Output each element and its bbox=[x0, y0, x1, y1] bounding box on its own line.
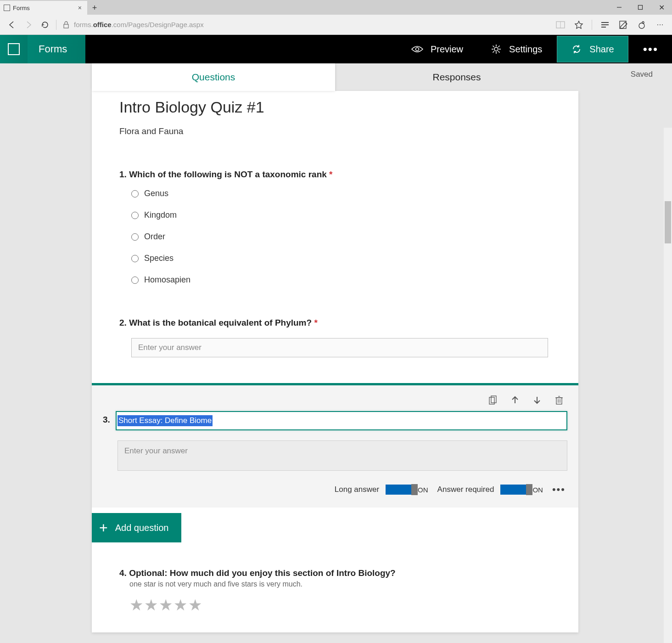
maximize-button[interactable] bbox=[630, 0, 651, 15]
add-question-button[interactable]: + Add question bbox=[92, 513, 181, 542]
svg-rect-1 bbox=[638, 6, 643, 10]
tab-questions[interactable]: Questions bbox=[92, 63, 335, 91]
browser-tab[interactable]: Forms × bbox=[0, 1, 87, 15]
required-toggle-group: Answer required ON bbox=[437, 485, 543, 495]
svg-line-17 bbox=[493, 46, 494, 47]
option-homosapien[interactable]: Homosapien bbox=[131, 275, 551, 285]
option-order[interactable]: Order bbox=[131, 232, 551, 242]
radio-icon[interactable] bbox=[131, 255, 139, 262]
question-1[interactable]: 1. Which of the following is NOT a taxon… bbox=[119, 169, 551, 285]
more-icon[interactable]: ··· bbox=[652, 17, 668, 33]
svg-line-19 bbox=[498, 46, 500, 47]
form-title[interactable]: Intro Biology Quiz #1 bbox=[119, 95, 551, 116]
question-3-number: 3. bbox=[103, 411, 107, 425]
favorite-icon[interactable] bbox=[571, 17, 587, 33]
question-2-answer-input[interactable]: Enter your answer bbox=[131, 338, 548, 357]
browser-tab-bar: Forms × + ✕ bbox=[0, 0, 672, 15]
svg-point-12 bbox=[494, 47, 498, 51]
close-window-button[interactable]: ✕ bbox=[651, 0, 672, 15]
svg-line-18 bbox=[498, 51, 500, 53]
svg-point-11 bbox=[415, 48, 419, 51]
question-3-answer-preview: Enter your answer bbox=[118, 440, 567, 471]
star-1[interactable]: ★ bbox=[129, 596, 143, 614]
close-tab-icon[interactable]: × bbox=[76, 4, 84, 11]
sync-icon bbox=[571, 44, 582, 55]
radio-icon[interactable] bbox=[131, 190, 139, 197]
move-down-button[interactable] bbox=[532, 395, 543, 406]
gear-icon bbox=[491, 44, 502, 55]
question-3-editing: 3. Short Essay: Define Biome Enter your … bbox=[92, 383, 578, 508]
share-icon[interactable] bbox=[633, 17, 650, 33]
star-2[interactable]: ★ bbox=[144, 596, 158, 614]
required-star: * bbox=[329, 169, 332, 179]
long-answer-state: ON bbox=[418, 486, 428, 494]
plus-icon: + bbox=[99, 519, 108, 536]
rating-stars: ★ ★ ★ ★ ★ bbox=[119, 596, 551, 614]
minimize-button[interactable] bbox=[609, 0, 630, 15]
hub-icon[interactable] bbox=[597, 17, 613, 33]
browser-address-bar: forms.office.com/Pages/DesignPage.aspx ·… bbox=[0, 15, 672, 35]
maximize-icon bbox=[638, 5, 643, 10]
app-launcher[interactable] bbox=[0, 35, 28, 63]
question-2[interactable]: 2. What is the botanical equivalent of P… bbox=[119, 318, 551, 357]
svg-point-9 bbox=[639, 23, 644, 28]
saved-status: Saved bbox=[631, 70, 653, 79]
long-answer-toggle-group: Long answer ON bbox=[335, 485, 428, 495]
share-button[interactable]: Share bbox=[557, 36, 628, 62]
scrollbar-thumb[interactable] bbox=[665, 201, 671, 243]
url-text[interactable]: forms.office.com/Pages/DesignPage.aspx bbox=[74, 21, 204, 28]
required-label: Answer required bbox=[437, 485, 494, 494]
question-1-options: Genus Kingdom Order Species Homosapien bbox=[119, 189, 551, 285]
required-state: ON bbox=[532, 486, 543, 494]
eye-icon bbox=[411, 45, 423, 53]
long-answer-toggle[interactable] bbox=[386, 485, 411, 495]
star-5[interactable]: ★ bbox=[188, 596, 202, 614]
add-question-label: Add question bbox=[115, 523, 169, 533]
workspace: Saved Questions Responses Intro Biology … bbox=[0, 63, 672, 643]
vertical-scrollbar[interactable] bbox=[664, 128, 672, 643]
new-tab-button[interactable]: + bbox=[87, 1, 102, 15]
address-divider-2 bbox=[592, 20, 592, 30]
lock-icon[interactable] bbox=[63, 21, 70, 28]
address-divider bbox=[56, 20, 56, 30]
star-3[interactable]: ★ bbox=[159, 596, 173, 614]
forward-button[interactable] bbox=[20, 17, 37, 33]
required-toggle[interactable] bbox=[500, 485, 526, 495]
radio-icon[interactable] bbox=[131, 276, 139, 284]
question-3-title-input[interactable]: Short Essay: Define Biome bbox=[116, 411, 567, 430]
radio-icon[interactable] bbox=[131, 212, 139, 219]
reading-view-icon[interactable] bbox=[552, 17, 569, 33]
settings-button[interactable]: Settings bbox=[477, 35, 556, 63]
tab-responses[interactable]: Responses bbox=[335, 63, 578, 91]
tab-title: Forms bbox=[13, 5, 76, 11]
url-prefix: forms. bbox=[74, 21, 93, 28]
address-right-icons: ··· bbox=[552, 17, 668, 33]
question-toolbar bbox=[103, 394, 567, 411]
option-species[interactable]: Species bbox=[131, 254, 551, 263]
option-kingdom[interactable]: Kingdom bbox=[131, 210, 551, 220]
question-3-footer: Long answer ON Answer required ON ••• bbox=[92, 474, 578, 508]
star-4[interactable]: ★ bbox=[174, 596, 187, 614]
back-button[interactable] bbox=[4, 17, 20, 33]
refresh-button[interactable] bbox=[37, 17, 53, 33]
svg-rect-23 bbox=[556, 398, 562, 404]
radio-icon[interactable] bbox=[131, 233, 139, 241]
selected-text: Short Essay: Define Biome bbox=[118, 415, 213, 426]
svg-point-10 bbox=[642, 22, 644, 23]
question-4[interactable]: 4. Optional: How much did you enjoy this… bbox=[119, 568, 551, 614]
form-subtitle[interactable]: Flora and Fauna bbox=[119, 126, 551, 136]
app-name[interactable]: Forms bbox=[28, 35, 85, 63]
header-more-button[interactable]: ••• bbox=[629, 35, 672, 63]
option-genus[interactable]: Genus bbox=[131, 189, 551, 198]
question-2-text: 2. What is the botanical equivalent of P… bbox=[119, 318, 551, 328]
copy-question-button[interactable] bbox=[487, 395, 498, 406]
preview-button[interactable]: Preview bbox=[398, 35, 477, 63]
notes-icon[interactable] bbox=[615, 17, 632, 33]
question-4-text: 4. Optional: How much did you enjoy this… bbox=[119, 568, 551, 578]
delete-question-button[interactable] bbox=[554, 395, 565, 406]
long-answer-label: Long answer bbox=[335, 485, 379, 494]
share-label: Share bbox=[589, 44, 614, 55]
move-up-button[interactable] bbox=[510, 395, 521, 406]
settings-label: Settings bbox=[509, 44, 542, 55]
question-more-button[interactable]: ••• bbox=[552, 484, 566, 496]
